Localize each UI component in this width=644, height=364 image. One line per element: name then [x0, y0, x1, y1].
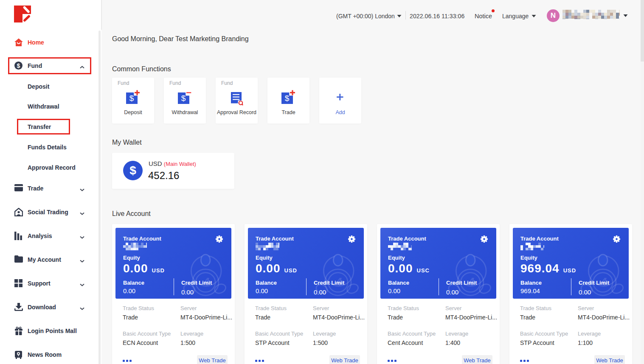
svg-text:4: 4	[203, 275, 210, 288]
svg-text:4: 4	[468, 275, 475, 288]
svg-text:$: $	[17, 62, 20, 69]
svg-text:4: 4	[335, 275, 342, 288]
svg-text:$: $	[285, 94, 290, 103]
svg-text:$: $	[181, 94, 186, 103]
svg-text:4: 4	[600, 275, 607, 288]
svg-text:$: $	[129, 94, 134, 103]
